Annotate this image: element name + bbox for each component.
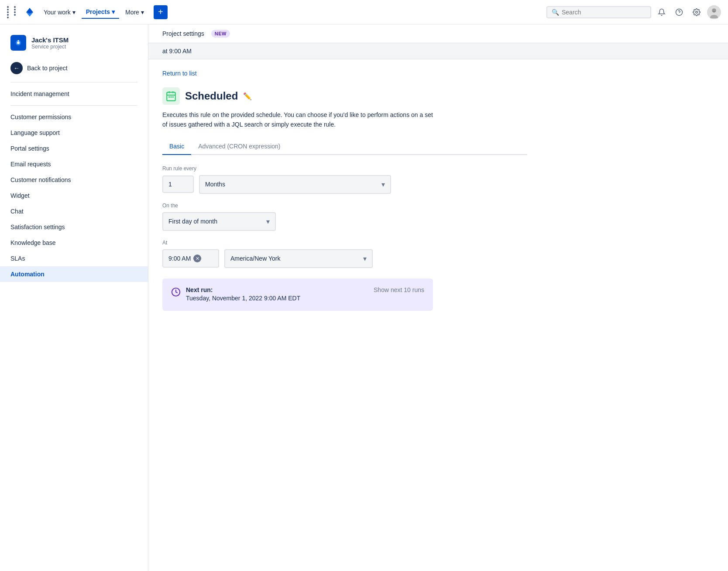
sidebar-item-incident-management[interactable]: Incident management bbox=[0, 86, 148, 102]
next-run-value: Tuesday, November 1, 2022 9:00 AM EDT bbox=[186, 293, 300, 303]
back-arrow-icon: ← bbox=[10, 62, 23, 74]
content-area: Project settings NEW at 9:00 AM Return t… bbox=[148, 24, 728, 571]
clear-time-icon[interactable]: ✕ bbox=[193, 255, 201, 262]
main-layout: Jack's ITSM Service project ← Back to pr… bbox=[0, 24, 728, 571]
sidebar-item-portal-settings[interactable]: Portal settings bbox=[0, 141, 148, 156]
sidebar-item-customer-notifications[interactable]: Customer notifications bbox=[0, 172, 148, 188]
sidebar-item-widget[interactable]: Widget bbox=[0, 188, 148, 203]
chevron-down-icon: ▾ bbox=[266, 217, 270, 226]
project-type: Service project bbox=[31, 44, 69, 50]
run-unit-select[interactable]: Months ▾ bbox=[199, 175, 391, 194]
top-nav-items: Your work ▾ Projects ▾ More ▾ bbox=[39, 6, 148, 19]
run-rule-row: Months ▾ bbox=[162, 175, 527, 194]
chevron-down-icon: ▾ bbox=[363, 255, 367, 263]
run-number-input[interactable] bbox=[162, 175, 194, 193]
chevron-down-icon: ▾ bbox=[72, 9, 76, 16]
chevron-down-icon: ▾ bbox=[141, 9, 144, 16]
svg-point-3 bbox=[696, 11, 698, 13]
scheduled-description: Executes this rule on the provided sched… bbox=[162, 110, 433, 130]
search-input[interactable] bbox=[562, 9, 646, 16]
day-option-value: First day of month bbox=[168, 218, 217, 225]
notifications-icon[interactable] bbox=[655, 5, 669, 19]
run-rule-every-group: Run rule every Months ▾ bbox=[162, 165, 527, 194]
search-bar[interactable]: 🔍 bbox=[546, 6, 651, 18]
sidebar: Jack's ITSM Service project ← Back to pr… bbox=[0, 24, 148, 571]
settings-icon[interactable] bbox=[690, 5, 704, 19]
time-row: 9:00 AM ✕ America/New York ▾ bbox=[162, 249, 527, 268]
next-run-box: Next run: Tuesday, November 1, 2022 9:00… bbox=[162, 279, 433, 311]
svg-point-8 bbox=[714, 10, 715, 10]
sidebar-item-satisfaction-settings[interactable]: Satisfaction settings bbox=[0, 219, 148, 235]
search-icon: 🔍 bbox=[552, 9, 559, 16]
your-work-nav[interactable]: Your work ▾ bbox=[39, 6, 80, 18]
scheduled-header: Scheduled ✏️ bbox=[162, 87, 527, 105]
clock-icon bbox=[171, 287, 181, 299]
chevron-down-icon: ▾ bbox=[112, 8, 115, 15]
help-icon[interactable] bbox=[672, 5, 686, 19]
sidebar-item-automation[interactable]: Automation bbox=[0, 266, 148, 282]
edit-icon[interactable]: ✏️ bbox=[243, 92, 252, 100]
day-select[interactable]: First day of month ▾ bbox=[162, 212, 276, 231]
run-unit-value: Months bbox=[205, 181, 225, 188]
at-group: At 9:00 AM ✕ America/New York ▾ bbox=[162, 240, 527, 268]
sidebar-divider bbox=[10, 82, 137, 83]
breadcrumb-bar: Project settings NEW bbox=[148, 24, 728, 43]
topnav-icon-group bbox=[655, 5, 721, 19]
show-next-runs-link[interactable]: Show next 10 runs bbox=[374, 286, 424, 293]
timezone-select[interactable]: America/New York ▾ bbox=[224, 249, 373, 268]
sidebar-item-slas[interactable]: SLAs bbox=[0, 251, 148, 266]
breadcrumb: Project settings bbox=[162, 30, 204, 37]
svg-point-7 bbox=[713, 10, 714, 10]
projects-nav[interactable]: Projects ▾ bbox=[82, 6, 119, 19]
return-to-list-link[interactable]: Return to list bbox=[162, 70, 197, 77]
sidebar-item-knowledge-base[interactable]: Knowledge base bbox=[0, 235, 148, 251]
tab-basic[interactable]: Basic bbox=[162, 138, 191, 155]
project-icon bbox=[10, 35, 26, 51]
svg-point-12 bbox=[18, 40, 19, 41]
tab-advanced[interactable]: Advanced (CRON expression) bbox=[191, 138, 287, 155]
main-content: Return to list Scheduled ✏️ bbox=[148, 59, 541, 321]
run-rule-label: Run rule every bbox=[162, 165, 527, 172]
project-name: Jack's ITSM bbox=[31, 36, 69, 44]
schedule-tabs: Basic Advanced (CRON expression) bbox=[162, 138, 527, 155]
next-run-label: Next run: bbox=[186, 286, 213, 293]
on-the-label: On the bbox=[162, 203, 527, 209]
back-label: Back to project bbox=[27, 65, 68, 72]
sidebar-item-customer-permissions[interactable]: Customer permissions bbox=[0, 109, 148, 125]
new-badge: NEW bbox=[211, 30, 230, 38]
sidebar-item-chat[interactable]: Chat bbox=[0, 203, 148, 219]
timezone-value: America/New York bbox=[230, 255, 280, 262]
scheduled-title: Scheduled bbox=[185, 90, 238, 102]
svg-point-11 bbox=[17, 41, 20, 44]
chevron-down-icon: ▾ bbox=[381, 180, 385, 189]
sidebar-item-email-requests[interactable]: Email requests bbox=[0, 156, 148, 172]
back-to-project[interactable]: ← Back to project bbox=[0, 58, 148, 79]
more-nav[interactable]: More ▾ bbox=[121, 6, 148, 18]
on-the-group: On the First day of month ▾ bbox=[162, 203, 527, 231]
create-button[interactable]: + bbox=[154, 5, 168, 19]
top-navigation: Your work ▾ Projects ▾ More ▾ + 🔍 bbox=[0, 0, 728, 24]
user-avatar[interactable] bbox=[707, 5, 721, 19]
sidebar-divider-2 bbox=[10, 105, 137, 106]
project-info: Jack's ITSM Service project bbox=[0, 31, 148, 58]
at-time-partial: at 9:00 AM bbox=[148, 43, 728, 59]
time-input[interactable]: 9:00 AM ✕ bbox=[162, 249, 219, 268]
scheduled-icon bbox=[162, 87, 180, 105]
app-logo[interactable] bbox=[24, 6, 36, 18]
sidebar-item-language-support[interactable]: Language support bbox=[0, 125, 148, 141]
app-grid-icon[interactable] bbox=[7, 6, 20, 18]
at-label: At bbox=[162, 240, 527, 246]
time-value: 9:00 AM bbox=[168, 255, 191, 262]
